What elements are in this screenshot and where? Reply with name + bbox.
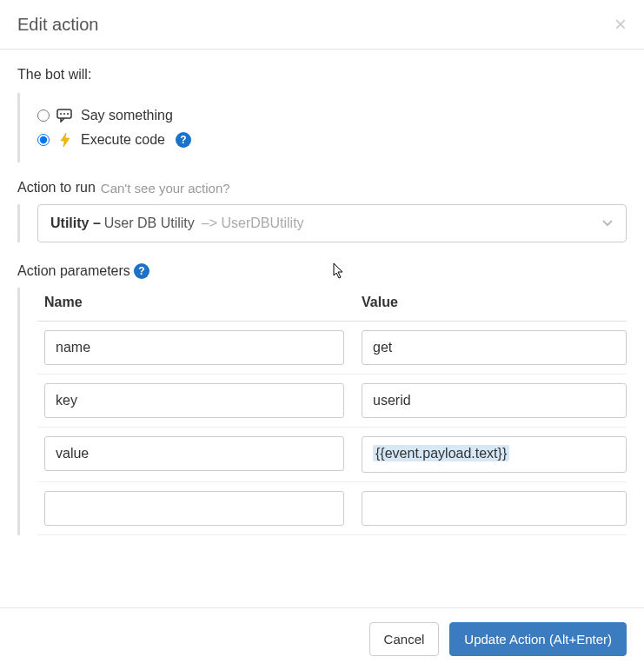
param-value-input[interactable]: [362, 383, 627, 418]
params-table: Name Value: [37, 288, 627, 535]
action-to-run-text: Action to run: [17, 180, 96, 196]
table-row: [37, 375, 627, 428]
table-row: [37, 322, 627, 375]
close-button[interactable]: ×: [614, 14, 627, 35]
action-to-run-label: Action to run Can't see your action?: [17, 180, 627, 196]
cancel-button[interactable]: Cancel: [369, 622, 440, 656]
table-row: {{event.payload.text}}: [37, 428, 627, 482]
help-icon[interactable]: ?: [134, 263, 149, 279]
param-value-input[interactable]: [362, 491, 627, 526]
radio-say-input[interactable]: [37, 109, 50, 122]
action-select-content: Utility – User DB Utility –> UserDBUtili…: [50, 216, 304, 231]
update-action-button[interactable]: Update Action (Alt+Enter): [449, 622, 627, 656]
table-row: [37, 482, 627, 535]
action-parameters-text: Action parameters: [17, 263, 130, 279]
modal-body: The bot will: Say something: [0, 50, 644, 553]
chat-icon: [56, 108, 74, 123]
template-expression: {{event.payload.text}}: [373, 445, 509, 461]
svg-point-1: [60, 113, 62, 115]
action-name: User DB Utility: [104, 216, 195, 231]
param-value-input[interactable]: [362, 330, 627, 365]
action-parameters-block: Name Value: [17, 288, 627, 535]
lightning-icon: [56, 132, 74, 148]
action-category: Utility –: [50, 216, 101, 231]
param-name-input[interactable]: [44, 436, 344, 471]
radio-say-label: Say something: [81, 108, 173, 123]
radio-say-something[interactable]: Say something: [37, 103, 627, 128]
svg-point-2: [63, 113, 65, 115]
cant-see-action-link[interactable]: Can't see your action?: [101, 181, 230, 196]
param-value-input[interactable]: {{event.payload.text}}: [362, 436, 627, 473]
bot-will-options: Say something Execute code ?: [17, 93, 627, 163]
modal-header: Edit action ×: [0, 0, 644, 50]
help-icon[interactable]: ?: [176, 132, 191, 148]
action-select-block: Utility – User DB Utility –> UserDBUtili…: [17, 204, 627, 242]
action-select[interactable]: Utility – User DB Utility –> UserDBUtili…: [37, 204, 627, 242]
bot-will-label: The bot will:: [17, 67, 627, 83]
col-header-name: Name: [44, 295, 344, 310]
params-header-row: Name Value: [37, 288, 627, 322]
param-name-input[interactable]: [44, 330, 344, 365]
radio-execute-input[interactable]: [37, 134, 50, 146]
param-name-input[interactable]: [44, 491, 344, 526]
modal-title: Edit action: [17, 15, 98, 35]
radio-execute-label: Execute code: [81, 132, 165, 148]
col-header-value: Value: [362, 295, 627, 310]
modal-footer: Cancel Update Action (Alt+Enter): [0, 607, 644, 670]
action-parameters-label: Action parameters ?: [17, 263, 627, 279]
action-identifier: –> UserDBUtility: [202, 216, 304, 231]
svg-point-3: [67, 113, 69, 115]
radio-execute-code[interactable]: Execute code ?: [37, 128, 627, 152]
chevron-down-icon: [601, 216, 614, 231]
param-name-input[interactable]: [44, 383, 344, 418]
